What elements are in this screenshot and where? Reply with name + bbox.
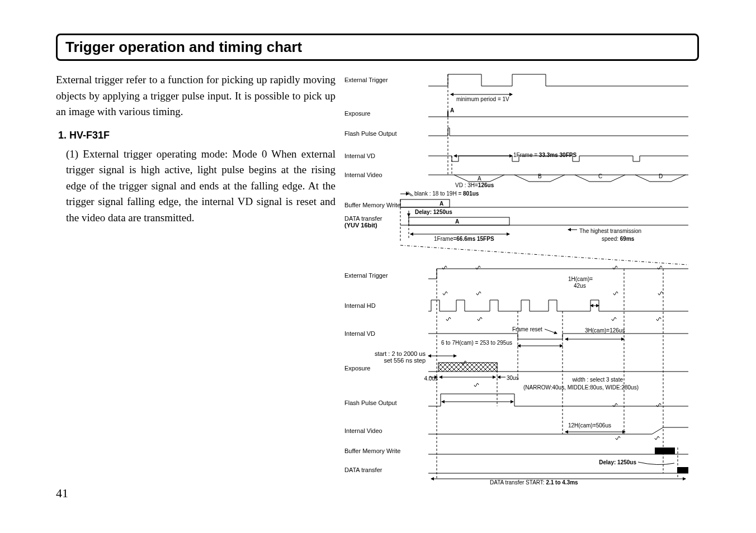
txt-hcam1: 1H(cam)= <box>568 276 593 282</box>
txt-1frame2: 1Frame=66.6ms 15FPS <box>434 236 494 242</box>
txt-frame-lbl: 1Frame = 33.3ms 30FPS <box>513 152 577 158</box>
txt-vB: B <box>538 173 542 179</box>
txt-4us: 4.0us <box>424 375 438 382</box>
txt-minperiod: minimum period = 1V <box>456 96 509 102</box>
txt-vD: D <box>659 173 663 179</box>
txt-expA: A <box>450 107 454 113</box>
txt-highest2: speed: 69ms <box>602 236 635 242</box>
txt-delay: Delay: 1250us <box>415 209 452 215</box>
page-number: 41 <box>56 486 68 501</box>
intro-paragraph: External trigger refer to a function for… <box>56 72 336 120</box>
svg-rect-21 <box>438 363 497 372</box>
txt-bufA2: A <box>663 448 667 454</box>
title-box: Trigger operation and timing chart <box>56 34 699 61</box>
svg-line-16 <box>400 245 688 265</box>
txt-delay2: Delay: 1250us <box>599 459 636 465</box>
subsection-paragraph: (1) External trigger operating mode: Mod… <box>66 146 336 226</box>
txt-vd3h: VD : 3H=126us <box>455 182 494 188</box>
txt-framereset: Frame reset <box>512 326 542 332</box>
break-marks <box>442 266 663 440</box>
txt-dtA: A <box>455 218 459 225</box>
txt-12h: 12H(cam)=506us <box>568 422 611 429</box>
txt-bufA: A <box>440 201 443 207</box>
txt-width2: (NARROW:40us, MIDDLE:80us, WIDE:280us) <box>523 384 639 391</box>
txt-width1: width : select 3 state <box>571 377 623 383</box>
section-heading: 1. HV-F31F <box>58 128 336 143</box>
txt-3h: 3H(cam)=126us <box>585 327 625 334</box>
txt-vA: A <box>478 175 481 182</box>
txt-dtA2: A <box>680 467 684 473</box>
timing-diagram: External Trigger Exposure Flash Pulse Ou… <box>344 72 699 486</box>
txt-67h: 6 to 7H(cam) = 253 to 295us <box>441 340 512 346</box>
page-title: Trigger operation and timing chart <box>65 39 689 56</box>
txt-blank: blank : 18 to 19H = 801us <box>414 191 479 197</box>
txt-dtstart: DATA transfer START: 2.1 to 4.3ms <box>490 479 578 486</box>
txt-30us: 30us <box>507 375 519 381</box>
txt-hcam2: 42us <box>574 283 586 289</box>
txt-vC: C <box>598 173 602 179</box>
txt-highest1: The highest transmission <box>579 228 641 234</box>
left-column: External trigger refer to a function for… <box>56 72 336 486</box>
svg-line-18 <box>545 329 557 334</box>
